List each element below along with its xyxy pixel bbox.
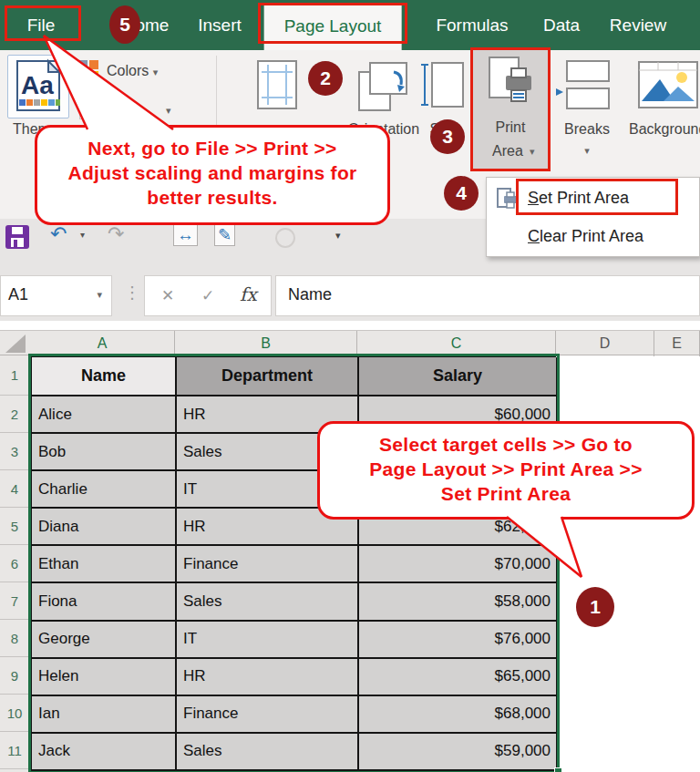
row-header-11[interactable]: 11 <box>0 732 29 769</box>
save-icon[interactable] <box>5 225 29 249</box>
data-table: Name Department Salary Alice HR $60,000 … <box>30 355 556 771</box>
cell-a7[interactable]: Fiona <box>32 583 177 621</box>
cell-c6[interactable]: $70,000 <box>359 546 558 583</box>
row-header-3[interactable]: 3 <box>0 433 29 470</box>
callout-file-print: Next, go to File >> Print >> Adjust scal… <box>35 125 390 225</box>
breaks-label: Breaks <box>564 121 610 138</box>
themes-button[interactable]: Aa <box>7 55 69 118</box>
customize-circle-icon[interactable] <box>275 228 295 248</box>
colors-icon[interactable] <box>77 59 99 81</box>
step-badge-4: 4 <box>444 176 479 211</box>
chevron-down-icon: ▾ <box>153 67 159 77</box>
tab-data[interactable]: Data <box>543 0 580 50</box>
menu-item-clear-print-area[interactable]: Clear Print Area <box>487 218 699 254</box>
colors-button[interactable]: Colors ▾ <box>107 63 158 79</box>
column-headers: A B C D E <box>0 330 700 355</box>
tab-review[interactable]: Review <box>610 0 666 50</box>
row-header-5[interactable]: 5 <box>0 508 29 545</box>
set-print-area-icon <box>496 187 520 211</box>
cell-a6[interactable]: Ethan <box>32 546 177 583</box>
row-header-7[interactable]: 7 <box>0 582 29 620</box>
cell-b11[interactable]: Sales <box>177 734 359 771</box>
cell-b8[interactable]: IT <box>177 622 359 659</box>
cancel-icon[interactable]: ✕ <box>161 286 174 305</box>
cell-c1[interactable]: Salary <box>359 357 558 396</box>
callout-set-print-area-line1: Select target cells >> Go to <box>320 432 692 457</box>
cell-a10[interactable]: Ian <box>32 696 177 734</box>
cell-a9[interactable]: Helen <box>32 659 177 696</box>
column-header-c[interactable]: C <box>357 331 556 356</box>
row-header-6[interactable]: 6 <box>0 545 29 582</box>
cell-b1[interactable]: Department <box>177 357 359 396</box>
cell-a3[interactable]: Bob <box>32 434 177 471</box>
set-print-area-label: Set Print Area <box>528 189 629 208</box>
name-box-chevron-down-icon[interactable]: ▾ <box>97 289 102 301</box>
ribbon-tab-bar: File Home Insert Page Layout Formulas Da… <box>0 0 700 50</box>
orientation-button[interactable] <box>357 59 408 112</box>
cell-a4[interactable]: Charlie <box>32 471 177 509</box>
background-button[interactable] <box>638 61 700 108</box>
clear-print-area-label: Clear Print Area <box>528 227 643 246</box>
cell-a11[interactable]: Jack <box>32 734 177 771</box>
cell-a5[interactable]: Diana <box>32 509 177 546</box>
separator-dots-icon[interactable]: ⋮ <box>124 283 140 303</box>
cell-b6[interactable]: Finance <box>177 546 359 583</box>
insert-function-icon[interactable]: fx <box>240 283 257 305</box>
margins-button[interactable] <box>252 59 302 110</box>
cell-a1[interactable]: Name <box>32 357 177 396</box>
cell-c9[interactable]: $65,000 <box>359 659 558 696</box>
row-header-2[interactable]: 2 <box>0 396 29 433</box>
row-header-10[interactable]: 10 <box>0 695 29 732</box>
row-header-4[interactable]: 4 <box>0 470 29 508</box>
tab-file[interactable]: File <box>27 0 56 50</box>
breaks-button[interactable] <box>554 57 612 110</box>
print-area-label-line2: Area <box>492 143 523 160</box>
select-all-icon[interactable] <box>5 335 26 353</box>
cell-c8[interactable]: $76,000 <box>359 622 558 659</box>
fonts-icon[interactable]: A <box>79 98 101 119</box>
tab-page-layout[interactable]: Page Layout <box>264 3 402 50</box>
fonts-chevron-down-icon[interactable]: ▾ <box>166 105 171 117</box>
size-button[interactable] <box>421 59 467 112</box>
tab-insert[interactable]: Insert <box>198 0 242 50</box>
cell-b7[interactable]: Sales <box>177 583 359 621</box>
column-header-e[interactable]: E <box>654 331 700 356</box>
print-area-chevron-down-icon: ▾ <box>530 146 535 158</box>
callout-file-print-line1: Next, go to File >> Print >> <box>37 136 387 160</box>
column-header-a[interactable]: A <box>30 331 175 356</box>
cell-c10[interactable]: $68,000 <box>359 696 558 734</box>
undo-icon[interactable]: ↶ <box>50 222 67 246</box>
cell-b10[interactable]: Finance <box>177 696 359 734</box>
tab-formulas[interactable]: Formulas <box>436 0 508 50</box>
breaks-chevron-down-icon: ▾ <box>584 145 590 157</box>
callout-set-print-area-line2: Page Layout >> Print Area >> <box>320 457 692 481</box>
edit-mode-icon[interactable]: ✎ <box>214 224 235 246</box>
row-header-9[interactable]: 9 <box>0 657 29 695</box>
callout-set-print-area: Select target cells >> Go to Page Layout… <box>317 421 695 520</box>
row-header-1[interactable]: 1 <box>0 355 29 396</box>
row-number-gutter: 1 2 3 4 5 6 7 8 9 10 11 <box>0 355 29 772</box>
formula-bar[interactable]: Name <box>275 275 700 316</box>
cell-c7[interactable]: $58,000 <box>359 583 558 621</box>
cell-b9[interactable]: HR <box>177 659 359 696</box>
column-header-d[interactable]: D <box>556 331 654 356</box>
name-box-value: A1 <box>8 285 28 304</box>
menu-item-set-print-area[interactable]: Set Print Area <box>487 180 699 216</box>
cell-a2[interactable]: Alice <box>32 396 177 434</box>
column-header-b[interactable]: B <box>175 331 357 356</box>
redo-icon[interactable]: ↷ <box>108 222 124 246</box>
print-area-dropdown-menu: Set Print Area Clear Print Area <box>486 177 700 257</box>
cell-a8[interactable]: George <box>32 622 177 659</box>
fit-width-icon[interactable]: ↔ <box>173 224 198 246</box>
svg-text:Aa: Aa <box>21 71 54 99</box>
background-label: Background <box>629 121 700 138</box>
cell-c11[interactable]: $59,000 <box>359 734 558 771</box>
name-box[interactable]: A1 ▾ <box>0 275 112 316</box>
qat-chevron-down-icon[interactable]: ▾ <box>335 230 341 242</box>
fill-handle[interactable] <box>554 767 562 772</box>
step-badge-5: 5 <box>109 5 140 44</box>
row-header-8[interactable]: 8 <box>0 620 29 657</box>
print-area-button[interactable]: Print Area ▾ <box>473 50 548 170</box>
undo-chevron-down-icon[interactable]: ▾ <box>80 230 85 240</box>
enter-check-icon[interactable]: ✓ <box>201 286 214 305</box>
